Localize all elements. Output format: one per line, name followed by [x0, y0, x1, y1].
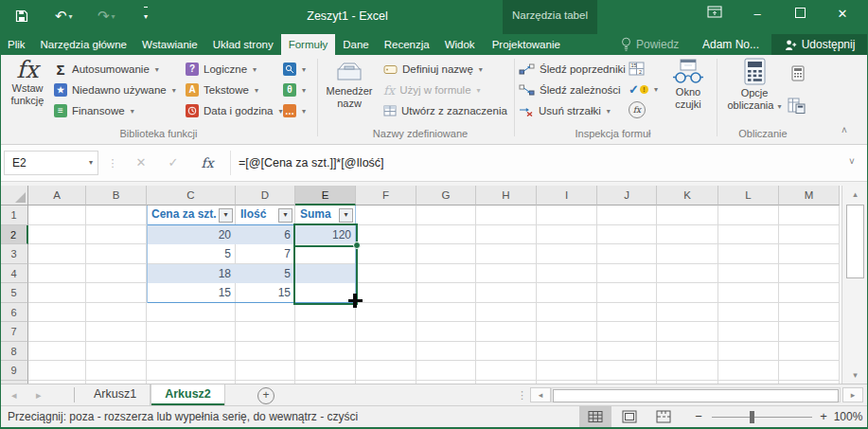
row-header-8[interactable]: 8	[0, 342, 28, 362]
recently-used-label: Niedawno używane	[72, 84, 167, 96]
column-header-F[interactable]: F	[356, 186, 416, 206]
tab-układ-strony[interactable]: Układ strony	[205, 34, 281, 55]
tab-projektowanie[interactable]: Projektowanie	[483, 34, 570, 55]
trace-dependents-button[interactable]: Śledź zależności	[519, 80, 621, 100]
autosum-button[interactable]: Σ Autosumowanie ▾	[54, 59, 159, 80]
filter-dropdown-button[interactable]: ▾	[219, 208, 233, 223]
define-name-button[interactable]: Definiuj nazwę ▾	[383, 59, 483, 80]
close-button[interactable]: ✕	[822, 0, 863, 28]
customize-qat-button[interactable]: ▾	[144, 7, 148, 26]
date-time-button[interactable]: Data i godzina ▾	[186, 100, 283, 121]
lookup-reference-button[interactable]: ▾	[283, 59, 306, 80]
save-button[interactable]	[15, 9, 28, 27]
tab-narzędzia-główne[interactable]: Narzędzia główne	[33, 34, 134, 55]
recently-used-button[interactable]: ★ Niedawno używane ▾	[54, 80, 176, 100]
view-page-layout-button[interactable]	[613, 406, 646, 427]
text-button[interactable]: A Tekstowe ▾	[186, 80, 258, 100]
column-header-A[interactable]: A	[28, 186, 86, 206]
hscroll-left-arrow[interactable]: ◂	[530, 387, 551, 402]
column-header-B[interactable]: B	[86, 186, 147, 206]
fill-handle[interactable]	[353, 241, 361, 249]
trace-precedents-button[interactable]: Śledź poprzedniki	[519, 59, 626, 80]
zoom-level[interactable]: 100%	[831, 406, 865, 427]
new-sheet-button[interactable]: +	[257, 387, 275, 404]
row-header-6[interactable]: 6	[0, 303, 28, 323]
error-checking-button[interactable]: ✓! ▾	[629, 79, 658, 99]
filter-dropdown-button[interactable]: ▾	[339, 208, 353, 223]
remove-arrows-button[interactable]: Usuń strzałki ▾	[519, 100, 611, 121]
hscroll-right-arrow[interactable]: ▸	[842, 387, 863, 402]
row-header-1[interactable]: 1	[0, 206, 28, 225]
undo-button[interactable]: ↶▾	[55, 8, 73, 26]
row-header-4[interactable]: 4	[0, 264, 28, 284]
vertical-scrollbar[interactable]: ▴ ▾	[841, 186, 868, 384]
create-from-selection-button[interactable]: Utwórz z zaznaczenia	[383, 100, 507, 121]
column-header-H[interactable]: H	[476, 186, 537, 206]
calculate-now-button[interactable]	[791, 63, 805, 83]
share-button[interactable]: Udostępnij	[771, 34, 868, 55]
tab-formuły[interactable]: Formuły	[281, 34, 336, 55]
tab-widok[interactable]: Widok	[437, 34, 483, 55]
view-normal-button[interactable]	[579, 406, 611, 427]
view-page-break-button[interactable]	[647, 406, 680, 427]
watch-window-button[interactable]: Okno czujki	[663, 59, 714, 111]
scroll-down-arrow[interactable]: ▾	[842, 370, 868, 380]
tab-wstawianie[interactable]: Wstawianie	[134, 34, 205, 55]
column-header-C[interactable]: C	[147, 186, 236, 206]
name-box-splitter[interactable]: ⋮	[100, 151, 125, 175]
name-manager-button[interactable]: Menedżer nazw	[322, 60, 377, 110]
tab-plik[interactable]: Plik	[0, 34, 33, 55]
calculate-sheet-button[interactable]	[788, 95, 806, 116]
tab-dane[interactable]: Dane	[335, 34, 377, 55]
zoom-out-button[interactable]: −	[691, 406, 706, 427]
calculation-options-button[interactable]: Opcje obliczania ▾	[721, 58, 788, 113]
ribbon-display-options-button[interactable]	[694, 0, 735, 28]
select-all-corner[interactable]	[0, 186, 28, 206]
sheet-tab-arkusz1[interactable]: Arkusz1	[80, 384, 151, 405]
zoom-slider-thumb[interactable]	[750, 411, 754, 423]
tab-recenzja[interactable]: Recenzja	[377, 34, 437, 55]
insert-function-button[interactable]: fx Wstaw funkcję	[4, 58, 51, 107]
account-user-button[interactable]: Adam No...	[702, 34, 759, 55]
evaluate-formula-button[interactable]: fx	[629, 99, 646, 120]
financial-button[interactable]: ≡ Finansowe ▾	[54, 100, 134, 121]
column-header-E[interactable]: E	[295, 186, 356, 206]
column-header-D[interactable]: D	[236, 186, 295, 206]
column-header-K[interactable]: K	[657, 186, 718, 206]
insert-function-fx-button[interactable]: fx	[195, 151, 220, 175]
zoom-slider-track[interactable]	[712, 417, 812, 418]
column-header-L[interactable]: L	[718, 186, 779, 206]
row-header-3[interactable]: 3	[0, 244, 28, 264]
tab-scroll-splitter[interactable]: ⋮	[517, 384, 527, 405]
column-header-M[interactable]: M	[779, 186, 840, 206]
filter-dropdown-button[interactable]: ▾	[278, 208, 292, 223]
zoom-in-button[interactable]: +	[816, 406, 831, 427]
sheet-nav-prev-button[interactable]: ◂	[11, 384, 17, 405]
redo-button[interactable]: ↷▾	[97, 8, 115, 26]
horizontal-scroll-thumb[interactable]	[553, 389, 839, 402]
column-header-J[interactable]: J	[597, 186, 657, 206]
math-trig-button[interactable]: θ ▾	[283, 80, 306, 100]
horizontal-scrollbar[interactable]	[551, 387, 841, 402]
expand-formula-bar-button[interactable]: ˅	[849, 156, 855, 167]
worksheet-grid[interactable]: ABCDEFGHIJKLM12345678910Cena za szt.▾Ilo…	[0, 186, 841, 384]
tell-me-button[interactable]: Powiedz	[621, 34, 679, 55]
sheet-tab-arkusz2[interactable]: Arkusz2	[151, 384, 225, 405]
row-header-9[interactable]: 9	[0, 361, 28, 381]
scroll-up-arrow[interactable]: ▴	[842, 189, 868, 199]
row-header-5[interactable]: 5	[0, 283, 28, 303]
sheet-nav-next-button[interactable]: ▸	[36, 384, 42, 405]
formula-input[interactable]: =[@[Cena za szt.]]*[@Ilość]	[239, 151, 384, 175]
show-formulas-button[interactable]: 152	[629, 58, 645, 79]
name-box[interactable]: E2▾	[4, 151, 98, 175]
row-header-7[interactable]: 7	[0, 322, 28, 342]
minimize-button[interactable]: –	[736, 0, 778, 28]
more-functions-button[interactable]: … ▾	[283, 100, 306, 121]
column-header-I[interactable]: I	[537, 186, 597, 206]
maximize-button[interactable]	[779, 0, 821, 28]
vertical-scroll-thumb[interactable]	[846, 205, 864, 278]
row-header-2[interactable]: 2	[0, 225, 28, 245]
column-header-G[interactable]: G	[416, 186, 476, 206]
collapse-ribbon-button[interactable]: ˄	[841, 125, 847, 135]
logical-button[interactable]: ? Logiczne ▾	[186, 59, 257, 80]
